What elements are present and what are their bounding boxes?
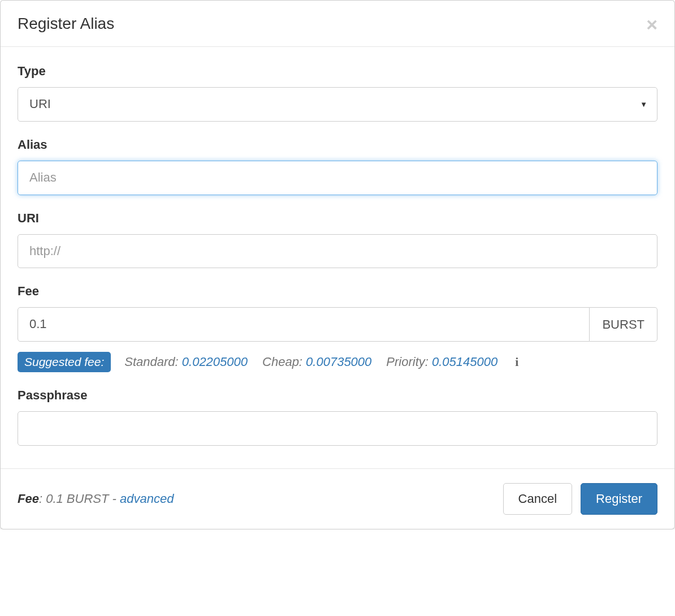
footer-buttons: Cancel Register — [503, 483, 657, 515]
footer-fee-label: Fee — [18, 492, 39, 506]
advanced-link[interactable]: advanced — [120, 492, 174, 506]
fee-input[interactable] — [18, 307, 590, 342]
modal-footer: Fee: 0.1 BURST - advanced Cancel Registe… — [1, 468, 674, 529]
modal-header: Register Alias × — [1, 1, 674, 47]
info-icon[interactable]: i — [515, 355, 518, 369]
footer-fee-info: Fee: 0.1 BURST - advanced — [18, 492, 174, 506]
suggested-fee-badge: Suggested fee: — [18, 352, 111, 372]
type-select-wrapper: URI — [18, 87, 657, 122]
fee-option-standard[interactable]: Standard: 0.02205000 — [124, 355, 248, 369]
fee-standard-value: 0.02205000 — [182, 355, 248, 369]
alias-input[interactable] — [18, 161, 657, 195]
passphrase-input[interactable] — [18, 411, 657, 446]
fee-option-priority[interactable]: Priority: 0.05145000 — [386, 355, 497, 369]
fee-priority-label: Priority: — [386, 355, 432, 369]
uri-input[interactable] — [18, 234, 657, 269]
type-select[interactable]: URI — [18, 87, 657, 122]
footer-fee-text: : 0.1 BURST - — [39, 492, 120, 506]
register-button[interactable]: Register — [581, 483, 657, 515]
alias-group: Alias — [18, 137, 657, 195]
fee-input-group: BURST — [18, 307, 657, 342]
modal-body: Type URI Alias URI Fee BURST Suggested f… — [1, 47, 674, 468]
fee-standard-label: Standard: — [124, 355, 182, 369]
alias-label: Alias — [18, 137, 657, 152]
fee-group: Fee BURST Suggested fee: Standard: 0.022… — [18, 284, 657, 372]
fee-cheap-label: Cheap: — [262, 355, 306, 369]
close-button[interactable]: × — [646, 15, 657, 34]
type-label: Type — [18, 64, 657, 79]
passphrase-label: Passphrase — [18, 388, 657, 403]
fee-priority-value: 0.05145000 — [432, 355, 497, 369]
uri-label: URI — [18, 211, 657, 226]
passphrase-group: Passphrase — [18, 388, 657, 446]
fee-suggestions: Suggested fee: Standard: 0.02205000 Chea… — [18, 352, 657, 372]
uri-group: URI — [18, 211, 657, 269]
fee-label: Fee — [18, 284, 657, 299]
cancel-button[interactable]: Cancel — [503, 483, 572, 515]
register-alias-modal: Register Alias × Type URI Alias URI Fee — [0, 0, 675, 529]
type-group: Type URI — [18, 64, 657, 122]
close-icon: × — [646, 14, 657, 35]
fee-unit-addon: BURST — [590, 307, 657, 342]
fee-option-cheap[interactable]: Cheap: 0.00735000 — [262, 355, 371, 369]
modal-title: Register Alias — [18, 15, 114, 33]
fee-cheap-value: 0.00735000 — [306, 355, 371, 369]
